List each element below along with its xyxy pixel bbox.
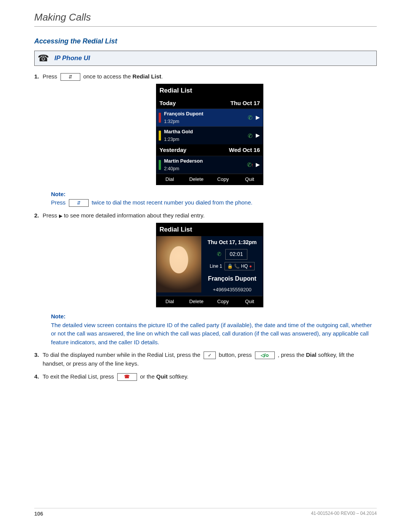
step-4-text-c: softkey. [167, 373, 188, 380]
group-label: Today [159, 99, 176, 107]
redial-entry[interactable]: François Dupont 1:32pm ✆ ▶ [156, 109, 263, 126]
detail-datetime: Thu Oct 17, 1:32pm [207, 238, 256, 247]
note-label: Note: [51, 312, 377, 321]
step-1-text-c: . [161, 73, 163, 80]
status-bar-green [159, 160, 161, 170]
entry-time: 1:23pm [164, 137, 179, 142]
expand-arrow-icon[interactable]: ▶ [255, 113, 261, 122]
softkey-dial[interactable]: Dial [156, 174, 183, 185]
step-1: 1. Press ⇵ once to access the Redial Lis… [34, 72, 377, 207]
detail-name: François Dupont [208, 274, 256, 284]
entry-time: 1:32pm [164, 119, 179, 124]
step-number: 2. [34, 211, 39, 220]
step-2: 2. Press to see more detailed informatio… [34, 211, 377, 347]
redial-detail-screenshot: Redial List Thu Oct 17, 1:32pm ✆ 02:01 L… [156, 223, 263, 307]
speaker-key-icon: ◁/ᴑ [255, 351, 275, 359]
chapter-title: Making Calls [34, 11, 377, 27]
call-duration: 02:01 [225, 249, 247, 260]
group-date: Wed Oct 16 [229, 145, 260, 154]
group-yesterday-header: Yesterday Wed Oct 16 [156, 144, 263, 155]
step-1-text-a: Press [43, 73, 57, 80]
entry-name: Martin Pederson [164, 157, 245, 165]
softkey-bar: Dial Delete Copy Quit [156, 296, 263, 307]
call-feature-icons: 🔒 📞 HQ ● [225, 262, 255, 271]
step-number: 1. [34, 72, 39, 81]
status-bar-red [159, 113, 161, 123]
outgoing-call-icon: ✆ [217, 250, 221, 259]
updown-key-icon: ⇵ [69, 199, 89, 207]
step-number: 3. [34, 350, 39, 359]
softkey-quit[interactable]: Quit [236, 296, 263, 307]
softkey-delete[interactable]: Delete [183, 174, 210, 185]
redial-entry[interactable]: Martin Pederson 2:40pm ✆! ▶ [156, 156, 263, 174]
softkey-dial[interactable]: Dial [156, 296, 183, 307]
redial-list-screenshot: Redial List Today Thu Oct 17 François Du… [156, 84, 263, 185]
expand-arrow-icon[interactable]: ▶ [255, 131, 261, 140]
step-1-text-b: once to access the [83, 73, 132, 80]
dial-bold: Dial [306, 351, 317, 358]
note-1-body: Press ⇵ twice to dial the most recent nu… [51, 198, 377, 207]
softkey-copy[interactable]: Copy [210, 174, 236, 185]
updown-key-icon: ⇵ [61, 73, 80, 81]
redial-entry[interactable]: Martha Gold 1:23pm ✆ ▶ [156, 126, 263, 144]
page-footer: 106 41-001524-00 REV00 – 04.2014 [34, 508, 377, 517]
step-number: 4. [34, 372, 39, 381]
note-1-text-a: Press [51, 199, 65, 206]
outgoing-call-icon: ✆ [245, 131, 255, 140]
step-3-text-a: To dial the displayed number while in th… [43, 351, 202, 358]
select-key-icon: ✓ [204, 351, 216, 359]
step-4-text-b: or the [139, 373, 156, 380]
ip-phone-ui-banner: ☎ IP Phone UI [34, 51, 377, 66]
softkey-delete[interactable]: Delete [183, 296, 210, 307]
entry-time: 2:40pm [164, 166, 179, 171]
status-bar-yellow [159, 131, 161, 141]
step-2-text-b: to see more detailed information about t… [62, 212, 205, 219]
quit-bold: Quit [156, 373, 167, 380]
line-label: Line 1 [210, 263, 222, 270]
softkey-copy[interactable]: Copy [210, 296, 236, 307]
detail-number: +4969435559200 [213, 286, 252, 294]
softkey-quit[interactable]: Quit [236, 174, 263, 185]
phone-title: Redial List [156, 84, 263, 97]
step-3-text-c: , press the [276, 351, 306, 358]
softkey-bar: Dial Delete Copy Quit [156, 174, 263, 185]
doc-revision: 41-001524-00 REV00 – 04.2014 [311, 511, 377, 517]
phone-title: Redial List [156, 223, 263, 236]
step-3: 3. To dial the displayed number while in… [34, 350, 377, 368]
note-2-body: The detailed view screen contains the pi… [51, 321, 377, 347]
step-4: 4. To exit the Redial List, press ☎ or t… [34, 372, 377, 381]
right-arrow-icon [59, 212, 62, 219]
redial-list-bold: Redial List [132, 73, 161, 80]
phone-icon: ☎ [38, 53, 49, 64]
entry-name: François Dupont [164, 110, 245, 118]
outgoing-call-icon: ✆! [245, 160, 255, 169]
group-today-header: Today Thu Oct 17 [156, 97, 263, 109]
group-label: Yesterday [159, 145, 186, 154]
outgoing-call-icon: ✆ [245, 113, 255, 122]
ip-phone-ui-label: IP Phone UI [54, 54, 90, 62]
page-number: 106 [34, 511, 43, 517]
step-3-text-b: button, press [217, 351, 253, 358]
note-label: Note: [51, 190, 377, 198]
step-2-text-a: Press [43, 212, 59, 219]
section-title: Accessing the Redial List [34, 37, 377, 45]
note-1-text-b: twice to dial the most recent number you… [92, 199, 253, 206]
entry-name: Martha Gold [164, 128, 245, 136]
goodbye-key-icon: ☎ [117, 373, 137, 381]
expand-arrow-icon[interactable]: ▶ [255, 161, 261, 169]
group-date: Thu Oct 17 [230, 99, 260, 107]
contact-photo [156, 236, 201, 292]
step-4-text-a: To exit the Redial List, press [43, 373, 116, 380]
